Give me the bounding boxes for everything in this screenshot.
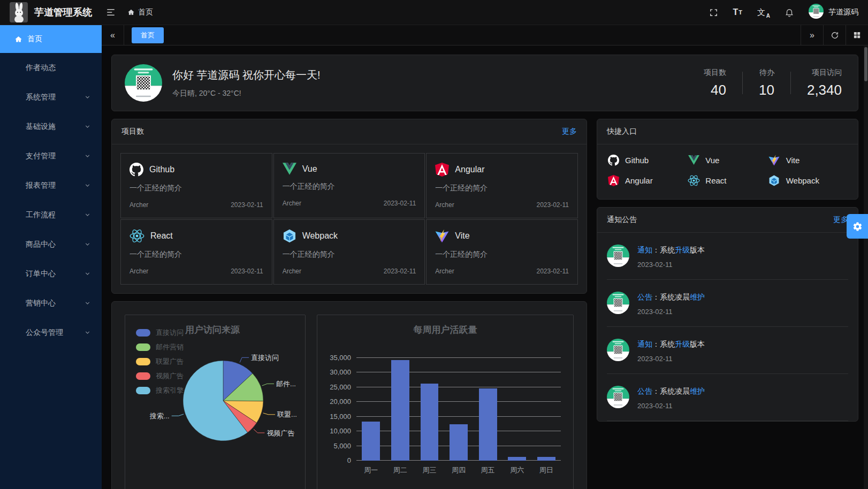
- shortcut-label: Webpack: [786, 176, 819, 185]
- scrollbar-thumb[interactable]: [864, 47, 867, 81]
- chevron-down-icon: [84, 211, 91, 218]
- locale-button[interactable]: 文A: [757, 7, 770, 18]
- tags-scroll-right-button[interactable]: »: [801, 25, 823, 45]
- notice-item-0[interactable]: 通知：系统升级版本 2023-02-11: [607, 233, 848, 280]
- project-author: Archer: [283, 200, 301, 207]
- fullscreen-icon: [709, 8, 718, 17]
- tags-menu-button[interactable]: [846, 25, 868, 45]
- stat-projects: 项目数 40: [688, 68, 742, 98]
- github-icon: [130, 163, 143, 177]
- bar-slot: [444, 358, 474, 461]
- bar-plot-area: 05,00010,00015,00020,00025,00030,00035,0…: [356, 358, 561, 461]
- charts-card: 直接访问邮件营销联盟广告视频广告搜索引擎 用户访问来源 直接访问邮件...联盟.…: [111, 301, 587, 489]
- project-author: Archer: [130, 268, 148, 275]
- notice-item-3[interactable]: 公告：系统凌晨维护 2023-02-11: [607, 374, 848, 421]
- shortcut-label: Vite: [786, 156, 800, 165]
- sidebar-item-10[interactable]: 公众号管理: [0, 318, 102, 347]
- breadcrumb-item[interactable]: 首页: [138, 7, 153, 17]
- tab-home[interactable]: 首页: [132, 27, 164, 43]
- sidebar-item-2[interactable]: 系统管理: [0, 82, 102, 112]
- svg-text:联盟...: 联盟...: [277, 410, 297, 418]
- chevron-down-icon: [84, 123, 91, 130]
- projects-card: 项目数 更多 Github 一个正经的简介 Archer2023-02-11Vu…: [111, 119, 587, 294]
- chevron-down-icon: [84, 94, 91, 101]
- webpack-icon: [768, 175, 781, 186]
- shortcut-webpack[interactable]: Webpack: [768, 170, 848, 190]
- chevron-down-icon: [84, 300, 91, 307]
- shortcut-react[interactable]: React: [687, 170, 767, 190]
- webpack-icon: [768, 175, 780, 186]
- pie-chart[interactable]: 直接访问邮件营销联盟广告视频广告搜索引擎 用户访问来源 直接访问邮件...联盟.…: [125, 315, 306, 489]
- vue-icon: [687, 155, 700, 165]
- project-card-github[interactable]: Github 一个正经的简介 Archer2023-02-11: [120, 153, 272, 218]
- project-card-react[interactable]: React 一个正经的简介 Archer2023-02-11: [120, 219, 272, 285]
- svg-text:视频广告: 视频广告: [267, 429, 294, 437]
- project-name: Angular: [455, 165, 484, 174]
- bar-slot: [386, 358, 415, 461]
- tags-bar-actions: »: [801, 25, 868, 45]
- chevron-down-icon: [84, 300, 91, 307]
- project-date: 2023-02-11: [384, 268, 416, 275]
- sidebar-item-0[interactable]: 首页: [0, 25, 102, 53]
- angular-icon: [435, 163, 449, 177]
- project-card-angular[interactable]: Angular 一个正经的简介 Archer2023-02-11: [426, 153, 578, 218]
- user-menu[interactable]: 芋道源码: [809, 4, 858, 21]
- bar-slot: [502, 358, 532, 461]
- projects-card-header: 项目数 更多: [112, 119, 587, 144]
- project-card-vue[interactable]: Vue 一个正经的简介 Archer2023-02-11: [273, 153, 425, 218]
- breadcrumb[interactable]: 首页: [127, 7, 153, 17]
- welcome-card: 你好 芋道源码 祝你开心每一天! 今日晴, 20°C - 32°C! 项目数 4…: [111, 55, 858, 111]
- sidebar-item-1[interactable]: 作者动态: [0, 53, 102, 82]
- react-icon: [687, 175, 700, 186]
- vue-icon: [283, 163, 296, 175]
- project-card-webpack[interactable]: Webpack 一个正经的简介 Archer2023-02-11: [273, 219, 425, 285]
- shortcut-angular[interactable]: Angular: [607, 170, 687, 190]
- navbar-actions: TT 文A 芋道源码: [709, 4, 858, 21]
- qr-avatar-icon: [607, 339, 629, 361]
- sidebar-item-3[interactable]: 基础设施: [0, 112, 102, 141]
- rabbit-logo-icon: [10, 2, 28, 22]
- bar-chart[interactable]: 每周用户活跃量 05,00010,00015,00020,00025,00030…: [317, 315, 574, 489]
- font-size-button[interactable]: TT: [733, 7, 743, 17]
- x-tick-label: 周一: [356, 465, 386, 475]
- angular-icon: [608, 175, 619, 186]
- sidebar-item-4[interactable]: 支付管理: [0, 141, 102, 171]
- notices-more-link[interactable]: 更多: [833, 215, 848, 225]
- notices-list: 通知：系统升级版本 2023-02-11 公告：系统凌晨维护 2023-02-1…: [597, 233, 858, 421]
- shortcut-vite[interactable]: Vite: [768, 150, 848, 170]
- chevron-down-icon: [84, 123, 91, 130]
- fullscreen-button[interactable]: [709, 8, 718, 17]
- refresh-button[interactable]: [823, 25, 846, 45]
- react-icon: [130, 229, 144, 243]
- projects-more-link[interactable]: 更多: [562, 127, 577, 136]
- sidebar-item-7[interactable]: 商品中心: [0, 230, 102, 259]
- notices-card-header: 通知公告 更多: [597, 208, 858, 233]
- y-tick-label: 15,000: [313, 412, 351, 421]
- chevron-down-icon: [84, 211, 91, 218]
- welcome-avatar: [125, 64, 162, 102]
- shortcut-vue[interactable]: Vue: [687, 150, 767, 170]
- sidebar-item-9[interactable]: 营销中心: [0, 288, 102, 318]
- sidebar-item-6[interactable]: 工作流程: [0, 200, 102, 230]
- notification-button[interactable]: [785, 7, 794, 17]
- notice-item-1[interactable]: 公告：系统凌晨维护 2023-02-11: [607, 280, 848, 327]
- settings-fab-button[interactable]: [847, 214, 868, 239]
- x-tick-label: 周二: [386, 465, 415, 475]
- project-name: React: [150, 231, 173, 241]
- x-tick-label: 周三: [415, 465, 444, 475]
- sidebar-collapse-button[interactable]: [106, 7, 116, 17]
- project-author: Archer: [435, 268, 454, 275]
- app-screen: 芋道管理系统 首页 TT 文A 芋道源码 首页作者动态系统管理基础设施支付管理报…: [0, 0, 868, 489]
- tags-scroll-left-button[interactable]: «: [102, 25, 124, 45]
- x-axis-labels: 周一周二周三周四周五周六周日: [356, 465, 561, 475]
- sidebar-item-8[interactable]: 订单中心: [0, 259, 102, 288]
- shortcut-github[interactable]: Github: [607, 150, 687, 170]
- project-description: 一个正经的简介: [283, 250, 416, 259]
- sidebar-item-label: 作者动态: [26, 63, 56, 73]
- notice-avatar: [607, 386, 629, 410]
- bar-周二: [391, 360, 409, 461]
- notice-item-2[interactable]: 通知：系统升级版本 2023-02-11: [607, 327, 848, 374]
- sidebar-item-5[interactable]: 报表管理: [0, 171, 102, 200]
- project-card-vite[interactable]: Vite 一个正经的简介 Archer2023-02-11: [426, 219, 578, 285]
- shortcuts-grid: GithubVueViteAngularReactWebpack: [597, 144, 858, 199]
